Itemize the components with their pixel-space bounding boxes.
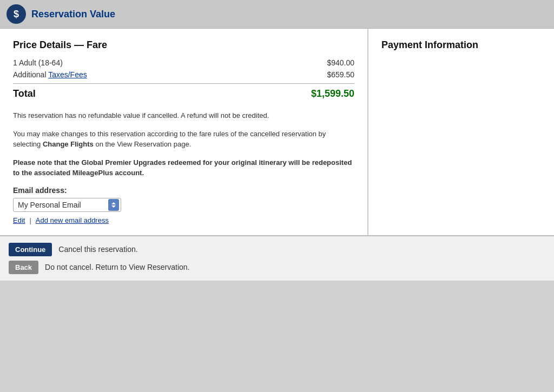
left-panel: Price Details — Fare 1 Adult (18-64) $94… <box>0 29 368 235</box>
back-button[interactable]: Back <box>9 261 38 274</box>
header-bar: $ Reservation Value <box>0 0 554 29</box>
back-description: Do not cancel. Return to View Reservatio… <box>45 263 189 271</box>
page-wrapper: $ Reservation Value Price Details — Fare… <box>0 0 554 281</box>
continue-button[interactable]: Continue <box>9 243 52 256</box>
page-title: Reservation Value <box>31 9 115 20</box>
taxes-amount: $659.50 <box>327 70 354 79</box>
email-select-container: My Personal Email Work Email Other <box>13 198 121 212</box>
email-select-wrapper: My Personal Email Work Email Other <box>13 198 354 212</box>
link-separator: | <box>29 216 31 224</box>
email-section: Email address: My Personal Email Work Em… <box>13 186 354 224</box>
taxes-link[interactable]: Taxes/Fees <box>48 70 87 79</box>
continue-description: Cancel this reservation. <box>58 245 137 254</box>
back-row: Back Do not cancel. Return to View Reser… <box>9 261 545 274</box>
footer-area: Continue Cancel this reservation. Back D… <box>0 235 554 281</box>
right-panel: Payment Information <box>368 29 531 235</box>
price-divider <box>13 83 354 84</box>
adult-price-row: 1 Adult (18-64) $940.00 <box>13 58 354 67</box>
adult-amount: $940.00 <box>327 58 354 67</box>
dollar-icon: $ <box>6 4 26 24</box>
edit-email-link[interactable]: Edit <box>13 216 25 224</box>
continue-row: Continue Cancel this reservation. <box>9 243 545 256</box>
total-row: Total $1,599.50 <box>13 88 354 99</box>
payment-info-title: Payment Information <box>381 39 478 50</box>
email-dropdown[interactable]: My Personal Email Work Email Other <box>13 198 121 212</box>
adult-label: 1 Adult (18-64) <box>13 58 63 67</box>
add-email-link[interactable]: Add new email address <box>36 216 109 224</box>
price-details-title: Price Details — Fare <box>13 39 354 51</box>
total-amount: $1,599.50 <box>311 88 354 99</box>
change-notice: You may make changes to this reservation… <box>13 129 354 150</box>
total-label: Total <box>13 88 36 99</box>
taxes-label: Additional Taxes/Fees <box>13 70 87 79</box>
email-label: Email address: <box>13 186 354 195</box>
main-content: Price Details — Fare 1 Adult (18-64) $94… <box>0 29 554 235</box>
refund-notice: This reservation has no refundable value… <box>13 110 354 121</box>
change-flights-bold: Change Flights <box>43 140 94 148</box>
upgrade-notice: Please note that the Global Premier Upgr… <box>13 157 354 178</box>
email-links: Edit | Add new email address <box>13 216 354 224</box>
taxes-price-row: Additional Taxes/Fees $659.50 <box>13 70 354 79</box>
